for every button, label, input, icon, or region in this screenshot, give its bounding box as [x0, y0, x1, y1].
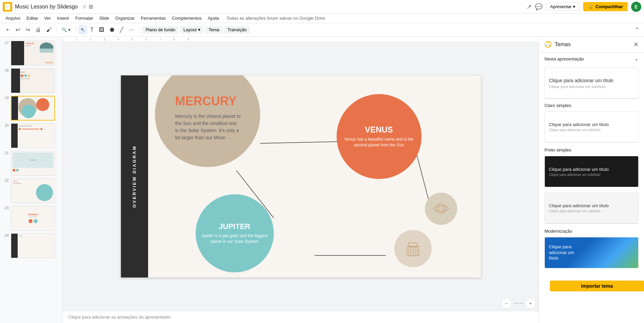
menu-slide[interactable]: Slide: [96, 15, 112, 21]
slide-20-thumb[interactable]: 20 Lorem ipsum content timeline: [0, 122, 62, 149]
overview-diagram-label: OVERVIEW DIAGRAM: [132, 145, 137, 208]
theme3-card[interactable]: Clique para adicionar um título Clique p…: [544, 193, 639, 224]
present-button[interactable]: Apresentar ▾: [546, 2, 580, 11]
slides-app-icon: [3, 2, 12, 12]
zoom-level: ⋯ ⋯: [514, 301, 523, 306]
menu-complementos[interactable]: Complementos: [169, 15, 204, 21]
themes-panel: Temas ✕ Nesta apresentação ⌄ Clique para…: [539, 37, 644, 323]
svg-point-23: [546, 45, 548, 46]
slide-22-thumb[interactable]: 22 TITLE some description: [0, 177, 62, 204]
menu-inserir[interactable]: Inserir: [54, 15, 72, 21]
theme2-subtitle: Clique para adicionar um subtítulo: [549, 173, 601, 177]
slide-23-thumb[interactable]: 23 THANKS! contact info here: [0, 204, 62, 232]
menu-ajuda[interactable]: Ajuda: [205, 15, 222, 21]
paint-format-button[interactable]: 🖌: [44, 25, 54, 34]
analytics-icon[interactable]: ↗: [526, 3, 532, 11]
zoom-out-button[interactable]: −: [501, 298, 512, 309]
slide-24-num: 24: [3, 233, 9, 237]
menu-formatar[interactable]: Formatar: [73, 15, 96, 21]
select-tool[interactable]: ↖: [78, 25, 87, 34]
theme4-card[interactable]: Clique paraadicionar umtítulo: [544, 237, 639, 268]
line-tool[interactable]: ╱: [118, 25, 125, 34]
slide-20-num: 20: [3, 123, 9, 127]
menu-ferramentas[interactable]: Ferramentas: [138, 15, 168, 21]
svg-rect-4: [5, 7, 8, 8]
themes-panel-header: Temas ✕: [539, 37, 644, 53]
saved-status: Todas as alterações foram salvas no Goog…: [227, 16, 325, 21]
slide-19-thumb[interactable]: 19: [0, 94, 62, 122]
jupiter-circle: JUPITER Jupiter is a gas giant and the b…: [196, 194, 274, 272]
shape-tool[interactable]: ⬟: [108, 25, 117, 34]
menu-bar: Arquivo Editar Ver Inserir Formatar Slid…: [0, 14, 644, 23]
theme-current-preview: Clique para adicionar um título Clique p…: [545, 68, 638, 98]
text-tool[interactable]: T: [88, 25, 96, 34]
theme2-card[interactable]: Clique para adicionar um título Clique p…: [544, 156, 639, 187]
themes-close-button[interactable]: ✕: [633, 41, 639, 48]
slide-left-bar: OVERVIEW DIAGRAM: [121, 75, 148, 277]
transition-button[interactable]: Transição: [224, 26, 250, 34]
theme-current-card[interactable]: Clique para adicionar um título Clique p…: [544, 68, 639, 99]
theme4-label: Modernização: [539, 227, 644, 234]
svg-point-19: [438, 206, 444, 211]
theme2-preview: Clique para adicionar um título Clique p…: [545, 156, 638, 187]
collapse-button[interactable]: ⌃: [633, 25, 641, 34]
print-button[interactable]: 🖨: [33, 25, 43, 34]
canvas-area: 1 2 3 4 5 6 7 8 9 OVERVIEW DIAGRAM: [63, 37, 539, 323]
avatar[interactable]: E: [631, 2, 641, 12]
title-icons: ☆ ⊞: [82, 3, 93, 10]
zoom-button[interactable]: 🔍 ▾: [59, 26, 73, 34]
redo-button[interactable]: ↪: [23, 25, 32, 34]
slide-23-img: THANKS! contact info here: [11, 206, 55, 231]
slide-24-thumb[interactable]: 24 content: [0, 232, 62, 259]
layout-button[interactable]: Layout ▾: [180, 26, 204, 34]
saturn-icon: [432, 199, 450, 218]
star-icon[interactable]: ☆: [82, 3, 87, 10]
more-tools[interactable]: ⋯: [127, 25, 136, 34]
themes-section-chevron-icon[interactable]: ⌄: [634, 56, 639, 61]
background-button[interactable]: Plano de fundo: [142, 26, 178, 34]
main-layout: 17 PROBLEM SOLUTION SOLUTION 18: [0, 37, 644, 323]
venus-title: VENUS: [365, 125, 393, 134]
theme1-card[interactable]: Clique para adicionar um título Clique p…: [544, 111, 639, 143]
top-bar: Music Lesson by Slidesgo ☆ ⊞ ↗ 💬 Apresen…: [0, 0, 644, 14]
share-button[interactable]: 🔒 Compartilhar: [583, 2, 628, 11]
theme3-title: Clique para adicionar um título: [549, 203, 609, 208]
svg-point-21: [548, 42, 549, 43]
slide-21-thumb[interactable]: 21 🗺 MAP: [0, 149, 62, 177]
menu-editar[interactable]: Editar: [24, 15, 41, 21]
toolbar: ＋ ↩ ↪ 🖨 🖌 🔍 ▾ ↖ T 🖼 ⬟ ╱ ⋯ Plano de fundo…: [0, 23, 644, 37]
slide-canvas[interactable]: OVERVIEW DIAGRAM MERCURY Mercu: [121, 75, 481, 277]
bottom-controls: − ⋯ ⋯ +: [501, 298, 536, 309]
theme1-subtitle: Clique para adicionar um subtítulo: [549, 128, 601, 132]
undo-button[interactable]: ↩: [14, 25, 22, 34]
zoom-in-button[interactable]: +: [525, 298, 536, 309]
comments-icon[interactable]: 💬: [535, 3, 542, 11]
notes-bar: Clique para adicionar as anotações do ap…: [63, 311, 539, 323]
menu-organizar[interactable]: Organizar: [112, 15, 137, 21]
image-tool[interactable]: 🖼: [97, 25, 106, 34]
slide-canvas-wrap: OVERVIEW DIAGRAM MERCURY Mercu: [63, 42, 539, 311]
jupiter-title: JUPITER: [219, 222, 250, 231]
svg-rect-2: [5, 5, 10, 5]
theme3-preview: Clique para adicionar um título Clique p…: [545, 193, 638, 223]
drive-icon[interactable]: ⊞: [89, 3, 93, 10]
notes-placeholder[interactable]: Clique para adicionar as anotações do ap…: [68, 315, 171, 320]
add-button[interactable]: ＋: [3, 25, 12, 35]
theme2-label: Preto simples: [539, 145, 644, 153]
mercury-title: MERCURY: [175, 94, 237, 108]
menu-arquivo[interactable]: Arquivo: [3, 15, 23, 21]
slide-23-num: 23: [3, 206, 9, 210]
theme-button[interactable]: Tema: [205, 26, 223, 34]
share-label: Compartilhar: [595, 4, 623, 9]
theme-current-subtitle: Clique para adicionar um subtítulo: [549, 85, 606, 89]
slide-22-img: TITLE some description: [11, 178, 55, 203]
slide-panel: 17 PROBLEM SOLUTION SOLUTION 18: [0, 37, 63, 323]
slide-18-thumb[interactable]: 18 VIRUS timeline content here: [0, 67, 62, 94]
menu-ver[interactable]: Ver: [41, 15, 54, 21]
document-title: Music Lesson by Slidesgo: [15, 4, 78, 10]
import-theme-button[interactable]: Importar tema: [550, 281, 644, 291]
layout-dropdown-icon: ▾: [198, 27, 200, 32]
slide-17-thumb[interactable]: 17 PROBLEM SOLUTION SOLUTION: [0, 39, 62, 67]
theme-label: Tema: [209, 27, 219, 32]
present-dropdown-icon[interactable]: ▾: [573, 4, 575, 9]
